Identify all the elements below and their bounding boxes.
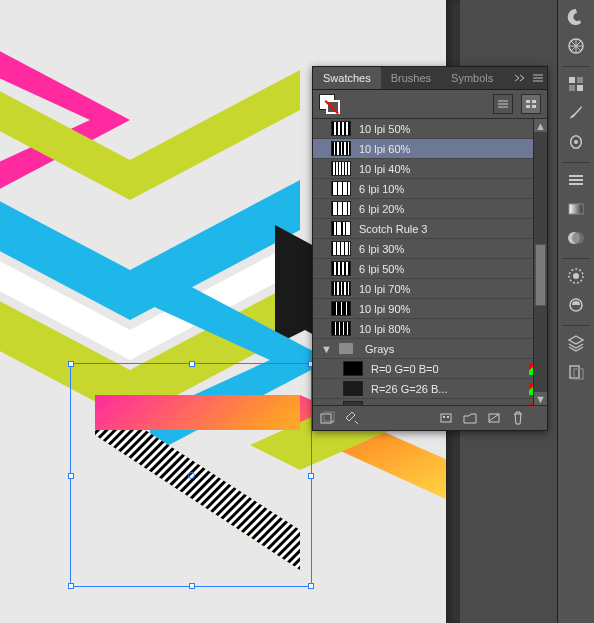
color-icon[interactable] xyxy=(562,4,590,30)
svg-rect-14 xyxy=(526,100,530,103)
svg-point-29 xyxy=(574,140,578,144)
swatch-row[interactable]: 10 lpi 90% xyxy=(313,299,547,319)
panel-collapse-icon[interactable] xyxy=(511,67,529,89)
swatch-preview xyxy=(331,221,351,236)
swatch-row[interactable]: 10 lpi 80% xyxy=(313,319,547,339)
svg-rect-19 xyxy=(324,412,334,421)
swatch-row[interactable]: 10 lpi 50% xyxy=(313,119,547,139)
svg-rect-27 xyxy=(569,85,575,91)
artboards-icon[interactable] xyxy=(562,359,590,385)
swatch-libraries-button[interactable] xyxy=(317,408,339,428)
graphic-styles-icon[interactable] xyxy=(562,292,590,318)
layers-icon[interactable] xyxy=(562,330,590,356)
new-color-group-button[interactable] xyxy=(459,408,481,428)
swatch-row[interactable]: 6 lpi 30% xyxy=(313,239,547,259)
swatch-group-row[interactable]: ▼Grays xyxy=(313,339,547,359)
swatch-preview xyxy=(331,261,351,276)
swatch-preview xyxy=(331,301,351,316)
swatch-preview xyxy=(331,281,351,296)
svg-rect-26 xyxy=(577,77,583,83)
swatches-panel: Swatches Brushes Symbols 10 lpi 50%10 lp… xyxy=(312,66,548,431)
right-panel-dock xyxy=(557,0,594,623)
svg-rect-17 xyxy=(532,105,536,108)
svg-rect-18 xyxy=(321,414,331,423)
swatch-preview xyxy=(331,321,351,336)
tab-symbols[interactable]: Symbols xyxy=(441,67,503,89)
selection-bounding-box[interactable] xyxy=(70,363,312,587)
symbols-icon[interactable] xyxy=(562,129,590,155)
gradient-icon[interactable] xyxy=(562,196,590,222)
swatch-label: 10 lpi 70% xyxy=(359,283,541,295)
swatch-row[interactable]: Scotch Rule 3 xyxy=(313,219,547,239)
appearance-icon[interactable] xyxy=(562,263,590,289)
svg-rect-30 xyxy=(569,204,583,214)
swatch-label: 6 lpi 20% xyxy=(359,203,541,215)
stroke-icon[interactable] xyxy=(562,167,590,193)
swatches-icon[interactable] xyxy=(562,71,590,97)
swatch-label: 6 lpi 10% xyxy=(359,183,541,195)
swatch-preview xyxy=(343,361,363,376)
svg-point-34 xyxy=(573,273,579,279)
chevron-down-icon: ▼ xyxy=(321,343,331,355)
panel-menu-icon[interactable] xyxy=(529,67,547,89)
swatch-preview xyxy=(331,201,351,216)
swatch-label: R=51 G=51 B... xyxy=(371,403,521,407)
swatch-label: R=0 G=0 B=0 xyxy=(371,363,521,375)
swatch-preview xyxy=(331,141,351,156)
swatch-label: 10 lpi 50% xyxy=(359,123,541,135)
svg-rect-15 xyxy=(532,100,536,103)
tab-brushes[interactable]: Brushes xyxy=(381,67,441,89)
svg-rect-25 xyxy=(569,77,575,83)
scrollbar[interactable]: ▲ ▼ xyxy=(533,119,547,405)
panel-footer xyxy=(313,406,547,430)
swatch-label: 6 lpi 50% xyxy=(359,263,541,275)
swatch-options-button[interactable] xyxy=(435,408,457,428)
swatch-preview xyxy=(343,381,363,396)
svg-rect-20 xyxy=(441,414,451,422)
swatch-label: 10 lpi 60% xyxy=(359,143,541,155)
scroll-thumb[interactable] xyxy=(535,244,546,306)
swatch-row[interactable]: 10 lpi 70% xyxy=(313,279,547,299)
swatch-row[interactable]: 6 lpi 10% xyxy=(313,179,547,199)
svg-rect-16 xyxy=(526,105,530,108)
scroll-down-button[interactable]: ▼ xyxy=(534,392,547,405)
swatch-row[interactable]: R=26 G=26 B... xyxy=(313,379,547,399)
svg-rect-22 xyxy=(447,416,449,418)
svg-point-32 xyxy=(572,232,584,244)
swatch-kinds-button[interactable] xyxy=(341,408,363,428)
grid-view-button[interactable] xyxy=(521,94,541,114)
swatch-preview xyxy=(331,121,351,136)
swatch-preview xyxy=(343,401,363,406)
tab-swatches[interactable]: Swatches xyxy=(313,67,381,89)
folder-icon xyxy=(339,343,353,354)
swatch-preview xyxy=(331,241,351,256)
swatch-label: 6 lpi 30% xyxy=(359,243,541,255)
swatch-row[interactable]: 6 lpi 20% xyxy=(313,199,547,219)
new-swatch-button[interactable] xyxy=(483,408,505,428)
svg-rect-28 xyxy=(577,85,583,91)
transparency-icon[interactable] xyxy=(562,225,590,251)
swatches-list: 10 lpi 50%10 lpi 60%10 lpi 40%6 lpi 10%6… xyxy=(313,118,547,406)
brushes-icon[interactable] xyxy=(562,100,590,126)
panel-tab-bar: Swatches Brushes Symbols xyxy=(313,67,547,90)
swatch-row[interactable]: 10 lpi 40% xyxy=(313,159,547,179)
color-guide-icon[interactable] xyxy=(562,33,590,59)
swatch-label: Scotch Rule 3 xyxy=(359,223,541,235)
panel-header xyxy=(313,90,547,118)
fill-stroke-indicator[interactable] xyxy=(319,94,341,114)
swatch-preview xyxy=(331,161,351,176)
swatch-label: R=26 G=26 B... xyxy=(371,383,521,395)
group-label: Grays xyxy=(365,343,541,355)
swatch-row[interactable]: R=0 G=0 B=0 xyxy=(313,359,547,379)
swatch-row[interactable]: 6 lpi 50% xyxy=(313,259,547,279)
svg-rect-21 xyxy=(443,416,445,418)
swatch-row[interactable]: R=51 G=51 B... xyxy=(313,399,547,406)
scroll-up-button[interactable]: ▲ xyxy=(534,119,547,132)
swatch-preview xyxy=(331,181,351,196)
delete-swatch-button[interactable] xyxy=(507,408,529,428)
swatch-label: 10 lpi 80% xyxy=(359,323,541,335)
list-view-button[interactable] xyxy=(493,94,513,114)
swatch-label: 10 lpi 90% xyxy=(359,303,541,315)
swatch-row[interactable]: 10 lpi 60% xyxy=(313,139,547,159)
swatch-label: 10 lpi 40% xyxy=(359,163,541,175)
